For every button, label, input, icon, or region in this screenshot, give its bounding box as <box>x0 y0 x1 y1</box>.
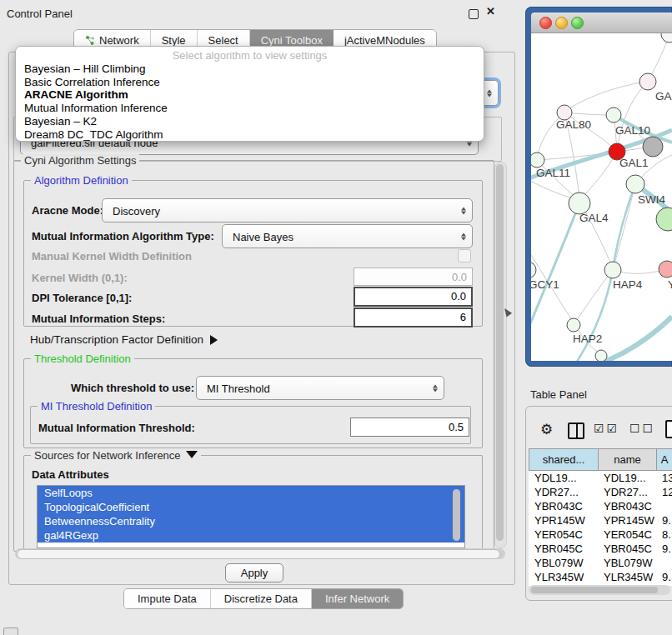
minimized-panel-icon[interactable] <box>3 628 18 635</box>
data-attribute-item[interactable]: SelfLoops <box>38 486 464 500</box>
network-canvas[interactable]: GALGAL80GAL10GAL1GAL11SWI4GAL4GCY1HAP4YH… <box>531 33 672 361</box>
document-icon[interactable] <box>665 420 672 438</box>
network-node[interactable] <box>639 73 656 90</box>
gear-icon[interactable]: ⚙ <box>540 421 553 438</box>
zoom-traffic-light-icon[interactable] <box>571 17 584 29</box>
network-node[interactable] <box>643 137 663 157</box>
network-edge[interactable] <box>604 317 672 361</box>
spinner-icon <box>433 384 438 392</box>
network-node[interactable] <box>656 208 672 231</box>
table-row[interactable]: YLR345WYLR345W9. <box>529 570 672 584</box>
network-node[interactable] <box>606 108 621 122</box>
control-panel-title: Control Panel <box>7 8 73 20</box>
table-cell: 12 <box>656 485 672 499</box>
table-cell: 9. <box>656 513 672 528</box>
apply-button[interactable]: Apply <box>225 563 283 582</box>
aracne-mode-combobox[interactable]: Discovery <box>102 198 473 222</box>
algorithm-popup-item[interactable]: Dream8 DC_TDC Algorithm <box>16 128 484 142</box>
aracne-mode-label: Aracne Mode: <box>32 204 103 217</box>
float-window-icon[interactable] <box>469 9 479 19</box>
network-node[interactable] <box>531 152 544 168</box>
table-cell: 13 <box>656 471 672 485</box>
table-horizontal-scrollbar-thumb[interactable] <box>531 587 658 593</box>
network-node-label: Y <box>668 278 672 291</box>
close-icon[interactable]: ✕ <box>486 5 495 18</box>
table-row[interactable]: YBR043CYBR043C <box>529 499 672 513</box>
mi-threshold-field[interactable]: 0.5 <box>350 418 469 437</box>
table-row[interactable]: YBL079WYBL079W <box>529 556 672 570</box>
table-column-header[interactable]: name <box>598 449 656 470</box>
mi-algorithm-type-combobox[interactable]: Naive Bayes <box>222 224 473 248</box>
data-attributes-list[interactable]: SelfLoopsTopologicalCoefficientBetweenne… <box>37 485 465 548</box>
table-row[interactable]: YDR27...YDR27...12 <box>529 485 672 499</box>
settings-vertical-scrollbar-thumb[interactable] <box>496 164 504 541</box>
algorithm-dropdown-popup: Select algorithm to view settings Bayesi… <box>15 46 484 142</box>
network-node-label: GAL4 <box>579 212 609 224</box>
hub-section-toggle[interactable]: Hub/Transcription Factor Definition <box>30 333 218 346</box>
collapse-arrow-icon <box>186 451 198 458</box>
tab-infer-network[interactable]: Infer Network <box>312 589 403 608</box>
table-cell: YDL19... <box>598 471 656 485</box>
select-all-columns-icon[interactable]: ☑☑ <box>594 422 619 435</box>
table-cell: YPR145W <box>598 513 656 528</box>
table-cell: YER054C <box>529 528 598 542</box>
kernel-width-label: Kernel Width (0,1): <box>32 272 128 284</box>
dpi-tolerance-field[interactable]: 0.0 <box>354 287 473 307</box>
network-node[interactable] <box>604 262 621 278</box>
table-cell: 8. <box>656 528 672 542</box>
attribute-table: shared...nameA YDL19...YDL19...13YDR27..… <box>529 448 672 586</box>
mi-algorithm-type-value: Naive Bayes <box>233 230 293 242</box>
mi-threshold-label: Mutual Information Threshold: <box>38 422 195 434</box>
table-cell: YBR043C <box>529 499 598 513</box>
deselect-all-columns-icon[interactable]: ☐☐ <box>629 422 655 435</box>
attributes-list-scrollbar[interactable] <box>453 489 460 541</box>
network-node-label: HAP4 <box>613 278 643 291</box>
algorithm-popup-item[interactable]: Bayesian – Hill Climbing <box>16 62 484 76</box>
table-column-header[interactable]: A <box>656 449 672 470</box>
data-attributes-label: Data Attributes <box>32 468 109 481</box>
manual-kernel-width-checkbox[interactable] <box>458 249 471 262</box>
which-threshold-combobox[interactable]: MI Threshold <box>196 376 444 400</box>
algorithm-popup-item[interactable]: Mutual Information Inference <box>16 102 484 115</box>
dpi-tolerance-label: DPI Tolerance [0,1]: <box>32 292 132 304</box>
table-row[interactable]: YDL19...YDL19...13 <box>529 471 672 485</box>
sources-title-row[interactable]: Sources for Network Inference <box>31 449 201 462</box>
network-edge[interactable] <box>613 184 635 269</box>
kernel-width-field[interactable]: 0.0 <box>354 268 473 286</box>
data-attribute-item[interactable]: gal4RGexp <box>38 528 464 542</box>
table-header-row: shared...nameA <box>529 448 672 471</box>
sources-title: Sources for Network Inference <box>34 449 181 462</box>
table-row[interactable]: YER054CYER054C8. <box>529 528 672 542</box>
data-attribute-item[interactable]: BetweennessCentrality <box>38 514 464 528</box>
network-edge[interactable] <box>531 203 579 332</box>
mi-steps-field[interactable]: 6 <box>354 308 473 328</box>
data-attribute-item[interactable]: TopologicalCoefficient <box>38 500 464 514</box>
algorithm-popup-item[interactable]: ARACNE Algorithm <box>16 88 484 102</box>
algorithm-popup-item[interactable]: Basic Correlation Inference <box>16 76 484 89</box>
tab-discretize-data[interactable]: Discretize Data <box>211 589 312 608</box>
network-node-label: HAP2 <box>573 332 602 345</box>
table-panel-title: Table Panel <box>530 388 587 401</box>
network-window-titlebar[interactable] <box>531 12 672 33</box>
table-cell: YBR045C <box>598 542 656 556</box>
network-node[interactable] <box>661 33 672 42</box>
tab-impute-data[interactable]: Impute Data <box>124 589 211 608</box>
table-row[interactable]: YBR045CYBR045C9. <box>529 542 672 556</box>
aracne-mode-value: Discovery <box>113 204 160 217</box>
network-node[interactable] <box>659 261 672 278</box>
network-node[interactable] <box>531 262 536 278</box>
minimize-traffic-light-icon[interactable] <box>555 17 568 29</box>
network-node[interactable] <box>567 318 580 332</box>
table-column-header[interactable]: shared... <box>529 449 598 470</box>
bottom-tabbar: Impute Data Discretize Data Infer Networ… <box>123 588 404 609</box>
table-cell: YPR145W <box>529 513 598 528</box>
network-node-label: GAL11 <box>536 167 570 179</box>
table-row[interactable]: YPR145WYPR145W9. <box>529 513 672 528</box>
network-node[interactable] <box>626 175 644 193</box>
network-node[interactable] <box>595 350 607 361</box>
close-traffic-light-icon[interactable] <box>539 17 552 29</box>
split-columns-icon[interactable] <box>568 422 584 439</box>
table-cell: YBL079W <box>529 556 598 570</box>
settings-horizontal-scrollbar-thumb[interactable] <box>17 549 500 559</box>
algorithm-popup-item[interactable]: Bayesian – K2 <box>16 115 484 128</box>
